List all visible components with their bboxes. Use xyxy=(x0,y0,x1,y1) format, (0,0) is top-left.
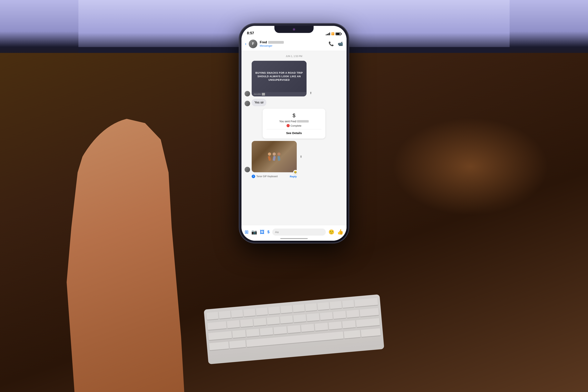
gif-message-fred: BUYING SNACKS FOR A ROAD TRIP SHOULD ALW… xyxy=(244,61,306,96)
key xyxy=(246,329,260,337)
key xyxy=(360,308,379,317)
key xyxy=(232,330,246,338)
key xyxy=(306,313,320,322)
key xyxy=(314,322,328,331)
header-actions: 📞 📹 xyxy=(328,41,343,46)
key xyxy=(330,301,342,309)
payment-card[interactable]: $ You sent Fred ✓ Complete See Details xyxy=(263,108,325,138)
phone-screen: 8:57 🛜 ‹ F xyxy=(242,26,346,241)
video-call-button[interactable]: 📹 xyxy=(338,41,343,46)
yes-sir-message: Yes sir xyxy=(244,99,266,106)
tenor-bar: T Tenor GIF Keyboard xyxy=(252,174,278,178)
bubble-text-yes-sir: Yes sir xyxy=(252,99,266,106)
figure-body-3 xyxy=(277,156,280,161)
home-indicator xyxy=(280,238,308,239)
date-label: JUN 1, 1:53 PM xyxy=(244,54,344,58)
signal-icon xyxy=(326,32,330,35)
phone-device: 8:57 🛜 ‹ F xyxy=(239,24,349,243)
back-button[interactable]: ‹ xyxy=(245,41,246,46)
figure-body-2 xyxy=(273,156,276,161)
gif-row: ⬆ 😂 xyxy=(244,141,297,172)
gif-text-overlay: BUYING SNACKS FOR A ROAD TRIP SHOULD ALW… xyxy=(252,68,306,85)
key xyxy=(207,321,226,330)
share-icon[interactable]: ⬆ xyxy=(310,91,312,95)
tenor-label: Tenor GIF Keyboard xyxy=(256,175,278,178)
figure-3 xyxy=(277,152,280,161)
apps-button[interactable]: ⊞ xyxy=(244,229,248,235)
reaction-bubble: 😂 xyxy=(293,170,298,174)
key xyxy=(231,310,243,318)
key xyxy=(342,300,354,308)
key xyxy=(344,330,361,339)
front-camera xyxy=(293,28,295,31)
input-placeholder: Aa xyxy=(275,230,278,234)
key xyxy=(206,312,218,320)
key xyxy=(287,325,301,334)
payment-description: You sent Fred xyxy=(279,120,309,123)
see-details-button[interactable]: See Details xyxy=(286,131,302,135)
share-icon-gif[interactable]: ⬆ xyxy=(300,155,302,158)
key xyxy=(268,306,280,315)
battery-icon xyxy=(336,32,341,35)
contact-info: Fred Messenger xyxy=(260,40,326,47)
battery-fill xyxy=(336,33,340,35)
contact-name-blurred xyxy=(268,41,284,44)
key xyxy=(320,312,333,320)
status-time: 8:57 xyxy=(247,31,254,35)
status-icons: 🛜 xyxy=(326,32,341,35)
key xyxy=(219,311,231,319)
payment-recipient-name-blurred xyxy=(297,120,309,122)
dancing-figures xyxy=(266,150,282,163)
sender-avatar-fred xyxy=(244,91,250,96)
gif-caption: Jennifer ██ xyxy=(252,92,306,96)
key xyxy=(305,303,317,312)
gallery-button[interactable]: 🖼 xyxy=(260,229,264,235)
call-button[interactable]: 📞 xyxy=(328,41,334,46)
key xyxy=(342,320,356,329)
payment-dollar-sign: $ xyxy=(293,112,295,118)
key xyxy=(240,319,253,327)
key xyxy=(293,314,306,323)
emoji-button[interactable]: 🙂 xyxy=(328,229,334,235)
signal-bar-2 xyxy=(327,34,328,35)
key xyxy=(293,304,305,312)
key xyxy=(244,308,256,317)
figure-head-3 xyxy=(277,152,280,156)
signal-bar-3 xyxy=(328,33,329,35)
key xyxy=(361,328,381,338)
like-button[interactable]: 👍 xyxy=(337,229,344,235)
header-bar: ‹ F Fred Messenger 📞 📹 xyxy=(242,37,346,51)
gif-message-dancing: ⬆ 😂 T Tenor GIF Keyboard Reply xyxy=(244,141,297,179)
contact-subtitle: Messenger xyxy=(260,44,326,47)
sender-avatar-dancing xyxy=(244,167,250,172)
phone-outer: 8:57 🛜 ‹ F xyxy=(239,24,349,243)
key xyxy=(227,320,240,328)
tenor-icon: T xyxy=(252,175,255,178)
figure-2 xyxy=(273,152,276,161)
payment-desc-text: You sent Fred xyxy=(279,120,296,123)
key xyxy=(229,340,246,349)
key xyxy=(354,298,378,307)
wifi-icon: 🛜 xyxy=(331,32,334,35)
camera-button[interactable]: 📷 xyxy=(251,229,257,235)
key xyxy=(333,311,346,319)
contact-avatar: F xyxy=(249,40,257,48)
reply-button[interactable]: Reply xyxy=(290,175,297,178)
key xyxy=(274,326,287,335)
key xyxy=(346,310,360,318)
key xyxy=(356,318,380,328)
tenor-reply-row: T Tenor GIF Keyboard Reply xyxy=(252,174,297,179)
key xyxy=(280,305,292,314)
figure-head-2 xyxy=(273,152,276,156)
figure-head xyxy=(268,152,271,156)
payment-button[interactable]: $ xyxy=(267,230,270,234)
key xyxy=(260,327,273,336)
gif-placeholder: BUYING SNACKS FOR A ROAD TRIP SHOULD ALW… xyxy=(252,61,306,92)
sender-avatar-2 xyxy=(244,101,250,106)
gif-content: BUYING SNACKS FOR A ROAD TRIP SHOULD ALW… xyxy=(252,61,306,96)
chat-area[interactable]: JUN 1, 1:53 PM BUYING SNACKS FOR A ROAD … xyxy=(242,51,346,225)
key xyxy=(328,322,342,330)
figure-body xyxy=(268,156,271,161)
message-input[interactable]: Aa xyxy=(272,228,326,236)
key xyxy=(254,318,266,326)
